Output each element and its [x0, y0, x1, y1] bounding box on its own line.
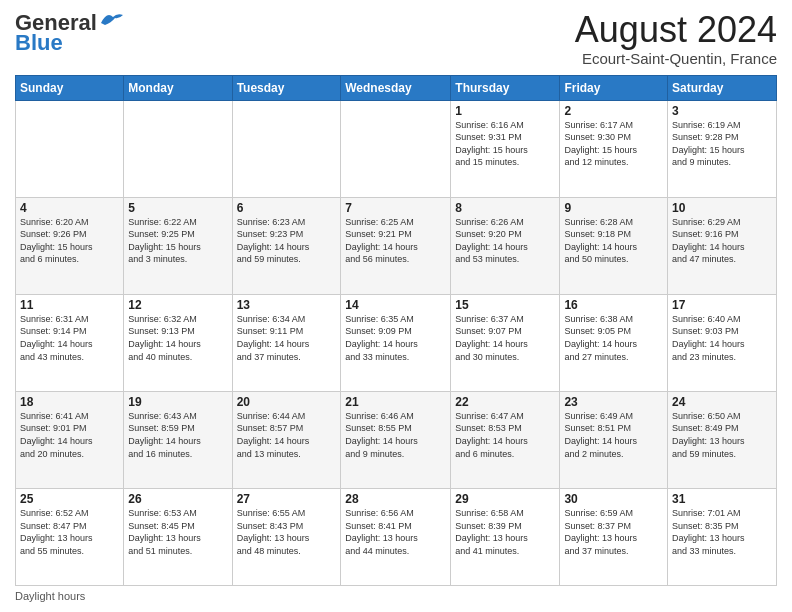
day-cell: 23Sunrise: 6:49 AM Sunset: 8:51 PM Dayli… — [560, 391, 668, 488]
day-number: 8 — [455, 201, 555, 215]
day-number: 25 — [20, 492, 119, 506]
calendar-header-row: SundayMondayTuesdayWednesdayThursdayFrid… — [16, 75, 777, 100]
logo-blue: Blue — [15, 30, 63, 56]
day-cell: 14Sunrise: 6:35 AM Sunset: 9:09 PM Dayli… — [341, 294, 451, 391]
day-number: 11 — [20, 298, 119, 312]
day-number: 12 — [128, 298, 227, 312]
day-cell: 3Sunrise: 6:19 AM Sunset: 9:28 PM Daylig… — [668, 100, 777, 197]
day-info: Sunrise: 6:20 AM Sunset: 9:26 PM Dayligh… — [20, 216, 119, 266]
day-info: Sunrise: 6:58 AM Sunset: 8:39 PM Dayligh… — [455, 507, 555, 557]
day-number: 13 — [237, 298, 337, 312]
footer-note: Daylight hours — [15, 590, 777, 602]
day-info: Sunrise: 6:40 AM Sunset: 9:03 PM Dayligh… — [672, 313, 772, 363]
day-cell: 19Sunrise: 6:43 AM Sunset: 8:59 PM Dayli… — [124, 391, 232, 488]
day-info: Sunrise: 6:38 AM Sunset: 9:05 PM Dayligh… — [564, 313, 663, 363]
day-number: 6 — [237, 201, 337, 215]
day-number: 28 — [345, 492, 446, 506]
col-header-friday: Friday — [560, 75, 668, 100]
day-number: 29 — [455, 492, 555, 506]
header: General Blue August 2024 Ecourt-Saint-Qu… — [15, 10, 777, 67]
day-cell: 21Sunrise: 6:46 AM Sunset: 8:55 PM Dayli… — [341, 391, 451, 488]
day-number: 10 — [672, 201, 772, 215]
day-cell: 11Sunrise: 6:31 AM Sunset: 9:14 PM Dayli… — [16, 294, 124, 391]
day-info: Sunrise: 6:23 AM Sunset: 9:23 PM Dayligh… — [237, 216, 337, 266]
day-info: Sunrise: 6:25 AM Sunset: 9:21 PM Dayligh… — [345, 216, 446, 266]
week-row-3: 11Sunrise: 6:31 AM Sunset: 9:14 PM Dayli… — [16, 294, 777, 391]
day-cell: 31Sunrise: 7:01 AM Sunset: 8:35 PM Dayli… — [668, 488, 777, 585]
week-row-5: 25Sunrise: 6:52 AM Sunset: 8:47 PM Dayli… — [16, 488, 777, 585]
day-cell: 25Sunrise: 6:52 AM Sunset: 8:47 PM Dayli… — [16, 488, 124, 585]
title-block: August 2024 Ecourt-Saint-Quentin, France — [575, 10, 777, 67]
day-cell: 26Sunrise: 6:53 AM Sunset: 8:45 PM Dayli… — [124, 488, 232, 585]
page: General Blue August 2024 Ecourt-Saint-Qu… — [0, 0, 792, 612]
day-info: Sunrise: 6:56 AM Sunset: 8:41 PM Dayligh… — [345, 507, 446, 557]
day-cell: 5Sunrise: 6:22 AM Sunset: 9:25 PM Daylig… — [124, 197, 232, 294]
day-cell: 17Sunrise: 6:40 AM Sunset: 9:03 PM Dayli… — [668, 294, 777, 391]
day-cell: 29Sunrise: 6:58 AM Sunset: 8:39 PM Dayli… — [451, 488, 560, 585]
day-info: Sunrise: 6:59 AM Sunset: 8:37 PM Dayligh… — [564, 507, 663, 557]
day-info: Sunrise: 6:43 AM Sunset: 8:59 PM Dayligh… — [128, 410, 227, 460]
day-info: Sunrise: 6:53 AM Sunset: 8:45 PM Dayligh… — [128, 507, 227, 557]
day-cell: 13Sunrise: 6:34 AM Sunset: 9:11 PM Dayli… — [232, 294, 341, 391]
day-info: Sunrise: 6:35 AM Sunset: 9:09 PM Dayligh… — [345, 313, 446, 363]
day-cell: 9Sunrise: 6:28 AM Sunset: 9:18 PM Daylig… — [560, 197, 668, 294]
day-info: Sunrise: 6:17 AM Sunset: 9:30 PM Dayligh… — [564, 119, 663, 169]
day-info: Sunrise: 6:19 AM Sunset: 9:28 PM Dayligh… — [672, 119, 772, 169]
day-number: 4 — [20, 201, 119, 215]
daylight-label: Daylight hours — [15, 590, 85, 602]
day-cell: 16Sunrise: 6:38 AM Sunset: 9:05 PM Dayli… — [560, 294, 668, 391]
logo: General Blue — [15, 10, 125, 56]
day-cell: 28Sunrise: 6:56 AM Sunset: 8:41 PM Dayli… — [341, 488, 451, 585]
week-row-2: 4Sunrise: 6:20 AM Sunset: 9:26 PM Daylig… — [16, 197, 777, 294]
day-number: 20 — [237, 395, 337, 409]
day-number: 2 — [564, 104, 663, 118]
day-cell: 2Sunrise: 6:17 AM Sunset: 9:30 PM Daylig… — [560, 100, 668, 197]
day-cell: 20Sunrise: 6:44 AM Sunset: 8:57 PM Dayli… — [232, 391, 341, 488]
day-number: 21 — [345, 395, 446, 409]
day-cell: 10Sunrise: 6:29 AM Sunset: 9:16 PM Dayli… — [668, 197, 777, 294]
day-cell: 6Sunrise: 6:23 AM Sunset: 9:23 PM Daylig… — [232, 197, 341, 294]
day-info: Sunrise: 6:46 AM Sunset: 8:55 PM Dayligh… — [345, 410, 446, 460]
day-number: 1 — [455, 104, 555, 118]
day-number: 15 — [455, 298, 555, 312]
day-cell — [124, 100, 232, 197]
col-header-sunday: Sunday — [16, 75, 124, 100]
day-number: 3 — [672, 104, 772, 118]
day-cell: 7Sunrise: 6:25 AM Sunset: 9:21 PM Daylig… — [341, 197, 451, 294]
day-info: Sunrise: 6:22 AM Sunset: 9:25 PM Dayligh… — [128, 216, 227, 266]
col-header-monday: Monday — [124, 75, 232, 100]
col-header-wednesday: Wednesday — [341, 75, 451, 100]
day-info: Sunrise: 6:26 AM Sunset: 9:20 PM Dayligh… — [455, 216, 555, 266]
day-cell — [16, 100, 124, 197]
day-cell: 1Sunrise: 6:16 AM Sunset: 9:31 PM Daylig… — [451, 100, 560, 197]
day-info: Sunrise: 6:32 AM Sunset: 9:13 PM Dayligh… — [128, 313, 227, 363]
day-number: 27 — [237, 492, 337, 506]
day-cell: 4Sunrise: 6:20 AM Sunset: 9:26 PM Daylig… — [16, 197, 124, 294]
week-row-4: 18Sunrise: 6:41 AM Sunset: 9:01 PM Dayli… — [16, 391, 777, 488]
day-cell: 15Sunrise: 6:37 AM Sunset: 9:07 PM Dayli… — [451, 294, 560, 391]
day-number: 31 — [672, 492, 772, 506]
location: Ecourt-Saint-Quentin, France — [575, 50, 777, 67]
day-number: 7 — [345, 201, 446, 215]
day-info: Sunrise: 6:41 AM Sunset: 9:01 PM Dayligh… — [20, 410, 119, 460]
day-info: Sunrise: 7:01 AM Sunset: 8:35 PM Dayligh… — [672, 507, 772, 557]
day-info: Sunrise: 6:50 AM Sunset: 8:49 PM Dayligh… — [672, 410, 772, 460]
day-info: Sunrise: 6:34 AM Sunset: 9:11 PM Dayligh… — [237, 313, 337, 363]
day-number: 18 — [20, 395, 119, 409]
day-cell — [341, 100, 451, 197]
day-info: Sunrise: 6:16 AM Sunset: 9:31 PM Dayligh… — [455, 119, 555, 169]
day-info: Sunrise: 6:29 AM Sunset: 9:16 PM Dayligh… — [672, 216, 772, 266]
day-cell: 24Sunrise: 6:50 AM Sunset: 8:49 PM Dayli… — [668, 391, 777, 488]
day-number: 19 — [128, 395, 227, 409]
day-number: 26 — [128, 492, 227, 506]
day-number: 5 — [128, 201, 227, 215]
day-number: 23 — [564, 395, 663, 409]
day-number: 14 — [345, 298, 446, 312]
calendar-table: SundayMondayTuesdayWednesdayThursdayFrid… — [15, 75, 777, 586]
day-info: Sunrise: 6:52 AM Sunset: 8:47 PM Dayligh… — [20, 507, 119, 557]
day-cell — [232, 100, 341, 197]
col-header-thursday: Thursday — [451, 75, 560, 100]
day-number: 24 — [672, 395, 772, 409]
day-info: Sunrise: 6:37 AM Sunset: 9:07 PM Dayligh… — [455, 313, 555, 363]
col-header-tuesday: Tuesday — [232, 75, 341, 100]
